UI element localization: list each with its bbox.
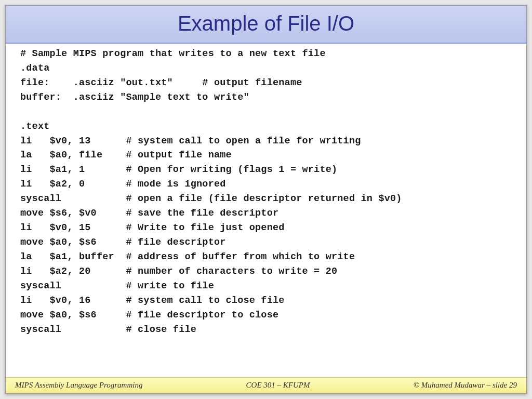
footer-right: © Muhamed Mudawar – slide 29 <box>414 381 517 390</box>
code-block: # Sample MIPS program that writes to a n… <box>20 47 517 337</box>
slide-title: Example of File I/O <box>6 12 526 35</box>
footer-center: COE 301 – KFUPM <box>246 381 310 390</box>
title-bar: Example of File I/O <box>6 6 526 44</box>
slide-content: # Sample MIPS program that writes to a n… <box>6 44 526 377</box>
footer-left: MIPS Assembly Language Programming <box>15 381 142 390</box>
slide: Example of File I/O # Sample MIPS progra… <box>5 5 527 394</box>
slide-footer: MIPS Assembly Language Programming COE 3… <box>6 377 526 393</box>
